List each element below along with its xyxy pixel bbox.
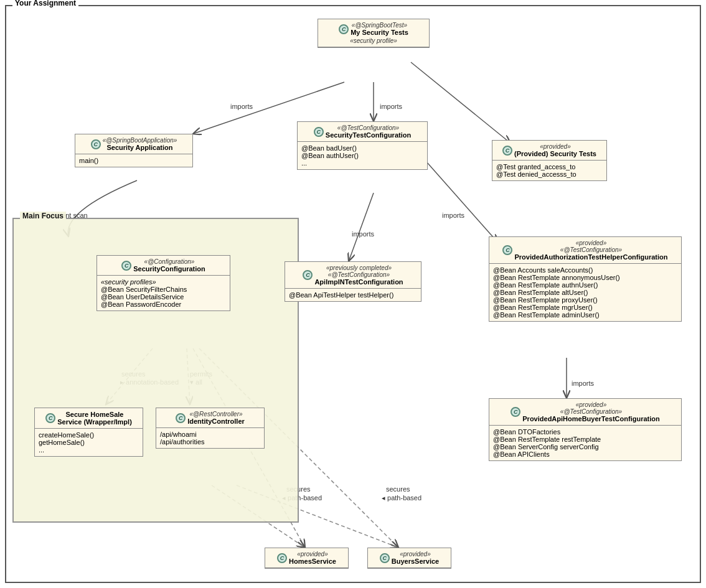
c-icon-provided-api-homebuyer-config: C xyxy=(511,407,520,417)
body-line: @Bean ApiTestHelper testHelper() xyxy=(289,291,417,299)
box-header-homes-service: C «provided» HomesService xyxy=(265,548,348,568)
body-line: @Bean RestTemplate annonymousUser() xyxy=(493,274,677,281)
box-body-provided-auth-helper-config: @Bean Accounts saleAccounts() @Bean Rest… xyxy=(489,264,681,321)
box-header-provided-auth-helper-config: C «provided» «@TestConfiguration» Provid… xyxy=(489,237,681,264)
body-line: @Bean RestTemplate adminUser() xyxy=(493,311,677,319)
body-line: getHomeSale() xyxy=(39,439,139,446)
box-body-security-configuration: «security profiles» @Bean SecurityFilter… xyxy=(97,276,230,310)
box-api-impl-test-config: C «previously completed» «@TestConfigura… xyxy=(285,261,421,302)
body-line: @Bean RestTemplate mgrUser() xyxy=(493,304,677,311)
body-line: @Bean authUser() xyxy=(301,152,423,159)
box-header-secure-home-sale-service: C Secure HomeSale Service (Wrapper/Impl) xyxy=(35,408,143,429)
c-icon-identity-controller: C xyxy=(176,413,186,423)
body-line: @Bean RestTemplate altUser() xyxy=(493,289,677,296)
body-line: «security profiles» xyxy=(101,278,226,286)
box-buyers-service: C «provided» BuyersService xyxy=(367,548,451,569)
box-security-test-config: C «@TestConfiguration» SecurityTestConfi… xyxy=(297,121,428,170)
box-body-provided-api-homebuyer-config: @Bean DTOFactories @Bean RestTemplate re… xyxy=(489,426,681,460)
c-icon-secure-home-sale-service: C xyxy=(45,413,55,423)
box-my-security-tests: C «@SpringBootTest» My Security Tests «s… xyxy=(318,19,430,48)
box-provided-api-homebuyer-config: C «provided» «@TestConfiguration» Provid… xyxy=(489,398,682,461)
c-icon-security-test-config: C xyxy=(314,127,324,137)
box-header-buyers-service: C «provided» BuyersService xyxy=(368,548,451,568)
body-line: @Test denied_accesss_to xyxy=(496,170,603,178)
box-security-configuration: C «@Configuration» SecurityConfiguration… xyxy=(96,255,230,311)
box-header-provided-security-tests: C «provided» (Provided) Security Tests xyxy=(492,141,606,161)
box-header-my-security-tests: C «@SpringBootTest» My Security Tests «s… xyxy=(318,19,429,47)
c-icon-provided-auth-helper-config: C xyxy=(502,245,512,255)
box-header-api-impl-test-config: C «previously completed» «@TestConfigura… xyxy=(285,262,421,289)
body-line: ... xyxy=(301,159,423,167)
body-line: @Bean SecurityFilterChains xyxy=(101,286,226,293)
box-header-identity-controller: C «@RestController» IdentityController xyxy=(156,408,264,428)
diagram: Your Assignment imports imports componen… xyxy=(0,0,706,588)
main-focus-label: Main Focus xyxy=(20,212,66,220)
box-body-identity-controller: /api/whoami /api/authorities xyxy=(156,428,264,448)
body-line: @Bean badUser() xyxy=(301,144,423,152)
body-line: @Bean DTOFactories xyxy=(493,428,677,436)
body-line: @Test granted_access_to xyxy=(496,163,603,170)
box-body-security-test-config: @Bean badUser() @Bean authUser() ... xyxy=(298,142,427,169)
body-line: @Bean RestTemplate proxyUser() xyxy=(493,296,677,304)
c-icon-my-security-tests: C xyxy=(339,24,349,34)
c-icon-provided-security-tests: C xyxy=(502,146,512,156)
box-identity-controller: C «@RestController» IdentityController /… xyxy=(156,408,265,449)
box-header-security-test-config: C «@TestConfiguration» SecurityTestConfi… xyxy=(298,122,427,142)
box-homes-service: C «provided» HomesService xyxy=(265,548,349,569)
c-icon-security-configuration: C xyxy=(121,261,131,271)
body-line: /api/whoami xyxy=(160,431,260,438)
c-icon-security-application: C xyxy=(91,139,101,149)
box-body-provided-security-tests: @Test granted_access_to @Test denied_acc… xyxy=(492,161,606,180)
body-line: @Bean ServerConfig serverConfig xyxy=(493,443,677,450)
c-icon-homes-service: C xyxy=(277,553,287,563)
c-icon-api-impl-test-config: C xyxy=(303,270,313,280)
box-secure-home-sale-service: C Secure HomeSale Service (Wrapper/Impl)… xyxy=(34,408,143,457)
outer-frame-label: Your Assignment xyxy=(12,0,78,7)
body-line: /api/authorities xyxy=(160,438,260,446)
body-line: @Bean APIClients xyxy=(493,450,677,458)
body-line: createHomeSale() xyxy=(39,431,139,439)
body-line: @Bean UserDetailsService xyxy=(101,293,226,301)
box-provided-auth-helper-config: C «provided» «@TestConfiguration» Provid… xyxy=(489,236,682,322)
box-provided-security-tests: C «provided» (Provided) Security Tests @… xyxy=(492,140,607,181)
c-icon-buyers-service: C xyxy=(380,553,390,563)
body-line: @Bean RestTemplate restTemplate xyxy=(493,436,677,443)
body-line: @Bean Accounts saleAccounts() xyxy=(493,266,677,274)
box-body-api-impl-test-config: @Bean ApiTestHelper testHelper() xyxy=(285,289,421,301)
body-line: @Bean PasswordEncoder xyxy=(101,301,226,308)
box-body-security-application: main() xyxy=(75,154,192,167)
box-header-security-application: C «@SpringBootApplication» Security Appl… xyxy=(75,134,192,154)
body-line: main() xyxy=(79,157,189,164)
box-header-security-configuration: C «@Configuration» SecurityConfiguration xyxy=(97,256,230,276)
body-line: ... xyxy=(39,446,139,454)
box-body-secure-home-sale-service: createHomeSale() getHomeSale() ... xyxy=(35,429,143,456)
body-line: @Bean RestTemplate authnUser() xyxy=(493,281,677,289)
box-security-application: C «@SpringBootApplication» Security Appl… xyxy=(75,134,193,167)
box-header-provided-api-homebuyer-config: C «provided» «@TestConfiguration» Provid… xyxy=(489,399,681,426)
